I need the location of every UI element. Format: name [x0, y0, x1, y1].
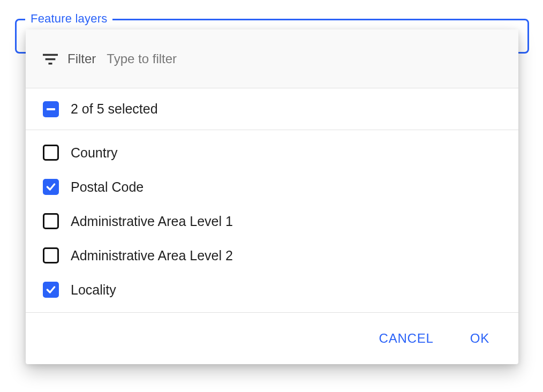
option-postal-code[interactable]: Postal Code [26, 170, 518, 204]
cancel-button[interactable]: CANCEL [377, 327, 436, 350]
feature-layers-dropdown-panel: Filter 2 of 5 selected Country Postal Co… [26, 29, 518, 364]
svg-rect-3 [47, 108, 55, 110]
option-admin-area-1[interactable]: Administrative Area Level 1 [26, 204, 518, 238]
option-label: Locality [71, 282, 116, 298]
option-country[interactable]: Country [26, 135, 518, 170]
select-all-row[interactable]: 2 of 5 selected [26, 88, 518, 130]
filter-label: Filter [67, 51, 96, 66]
dialog-footer: CANCEL OK [26, 313, 518, 364]
option-label: Country [71, 145, 118, 161]
svg-rect-2 [49, 63, 52, 65]
checkbox-country[interactable] [43, 145, 59, 161]
option-label: Administrative Area Level 1 [71, 214, 233, 229]
svg-rect-1 [46, 58, 56, 60]
option-locality[interactable]: Locality [26, 273, 518, 307]
select-all-checkbox[interactable] [43, 101, 59, 117]
checkbox-admin-area-2[interactable] [43, 247, 59, 263]
filter-bar: Filter [26, 29, 518, 88]
option-label: Postal Code [71, 179, 144, 195]
filter-input[interactable] [105, 51, 501, 67]
checkbox-locality[interactable] [43, 282, 59, 298]
options-list: Country Postal Code Administrative Area … [26, 130, 518, 313]
checkbox-admin-area-1[interactable] [43, 213, 59, 229]
checkbox-postal-code[interactable] [43, 179, 59, 195]
feature-layers-legend: Feature layers [25, 12, 112, 26]
svg-rect-0 [43, 54, 58, 56]
ok-button[interactable]: OK [468, 327, 492, 350]
selection-summary-text: 2 of 5 selected [71, 101, 158, 117]
option-label: Administrative Area Level 2 [71, 248, 233, 263]
filter-icon [43, 52, 58, 65]
option-admin-area-2[interactable]: Administrative Area Level 2 [26, 238, 518, 273]
